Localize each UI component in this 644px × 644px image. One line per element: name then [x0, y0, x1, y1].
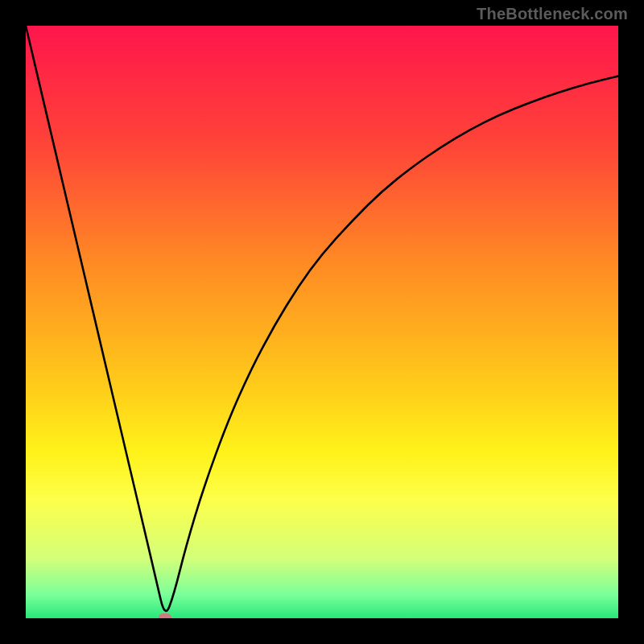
watermark-text: TheBottleneck.com — [477, 5, 628, 23]
bottleneck-curve — [26, 26, 618, 618]
plot-area — [26, 26, 618, 618]
chart-frame: TheBottleneck.com — [0, 0, 644, 644]
optimum-marker — [159, 613, 171, 618]
